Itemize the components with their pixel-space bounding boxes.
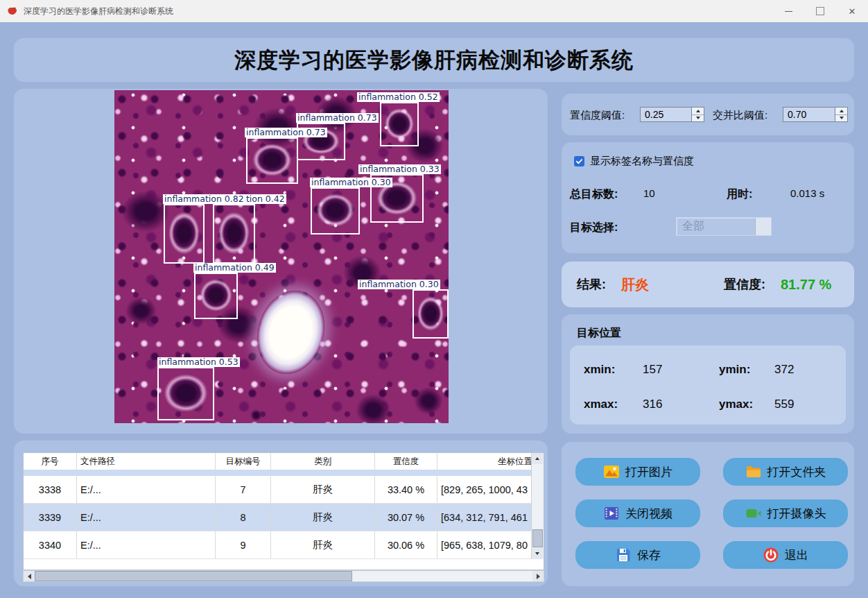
- result-confidence-label: 置信度:: [724, 276, 765, 293]
- thresholds-panel: 置信度阈值: 0.25 交并比阈值: 0.70: [562, 94, 854, 135]
- detection-box: [194, 273, 238, 319]
- open-folder-button[interactable]: 打开文件夹: [723, 458, 848, 486]
- detection-box: [246, 137, 298, 184]
- tissue-blob: [250, 409, 262, 421]
- result-confidence-value: 81.77 %: [781, 277, 831, 293]
- spin-down-icon: [696, 117, 700, 119]
- confidence-threshold-label: 置信度阈值:: [570, 109, 625, 122]
- time-label: 用时:: [727, 187, 752, 202]
- detection-label: inflammation 0.53: [157, 357, 240, 367]
- open-image-button[interactable]: 打开图片: [575, 458, 700, 486]
- open-camera-button[interactable]: 打开摄像头: [723, 499, 848, 527]
- iou-threshold-label: 交并比阈值:: [713, 109, 767, 122]
- histology-image: inflammation 0.52inflammation 0.73inflam…: [114, 90, 449, 423]
- maximize-button[interactable]: [804, 0, 836, 22]
- table-cell: E:/...: [77, 476, 216, 504]
- show-labels-checkbox-row[interactable]: 显示标签名称与置信度: [574, 155, 694, 168]
- detection-label: inflammation 0.82: [163, 194, 245, 204]
- tissue-blob: [218, 211, 251, 255]
- checkbox-checked-icon[interactable]: [574, 156, 584, 166]
- iou-threshold-value: 0.70: [783, 108, 835, 121]
- scroll-right-icon: [537, 574, 540, 579]
- position-panel: 目标位置 xmin: 157 ymin: 372 xmax: 316 ymax:…: [562, 314, 854, 434]
- result-panel: 结果: 肝炎 置信度: 81.77 %: [562, 262, 854, 307]
- position-title: 目标位置: [577, 326, 621, 341]
- table-row[interactable]: 3338E:/...7肝炎33.40 %[829, 265, 1000, 43: [24, 476, 533, 504]
- close-video-button[interactable]: 关闭视频: [575, 499, 700, 527]
- button-label: 保存: [637, 547, 661, 563]
- ymin-value: 372: [774, 363, 794, 377]
- tissue-blob: [384, 108, 415, 140]
- detection-label: inflammation 0.49: [193, 263, 276, 273]
- table-header-cell[interactable]: 置信度: [375, 453, 437, 470]
- table-row[interactable]: 3340E:/...9肝炎30.06 %[965, 638, 1079, 80: [24, 531, 533, 559]
- target-select-dropdown[interactable]: 全部: [676, 217, 772, 236]
- detection-label: inflammation 0.73: [245, 128, 327, 137]
- table-header-cell[interactable]: 类别: [271, 453, 375, 470]
- vertical-scroll-thumb[interactable]: [532, 529, 543, 547]
- spin-up-button[interactable]: [692, 108, 704, 114]
- button-label: 关闭视频: [625, 506, 672, 522]
- table-cell: E:/...: [77, 531, 216, 559]
- table-row[interactable]: 3339E:/...8肝炎30.07 %[634, 312, 791, 461: [24, 504, 533, 531]
- table-cell: 30.07 %: [375, 504, 437, 531]
- table-header-cell[interactable]: 坐标位置: [437, 453, 533, 470]
- spin-down-button[interactable]: [835, 114, 847, 122]
- horizontal-scroll-thumb[interactable]: [35, 571, 352, 581]
- detection-box: [413, 289, 449, 339]
- dropdown-arrow-button[interactable]: [755, 218, 771, 235]
- table-header-cell[interactable]: 文件路径: [77, 453, 216, 470]
- tissue-blob: [414, 387, 443, 415]
- table-cell: 8: [216, 504, 271, 531]
- table-horizontal-scrollbar[interactable]: [23, 570, 544, 582]
- total-targets-value: 10: [643, 187, 655, 199]
- exit-button[interactable]: 退出: [723, 541, 848, 569]
- table-vertical-scrollbar[interactable]: [531, 453, 544, 559]
- close-icon: ✕: [849, 7, 856, 16]
- exit-icon: [763, 547, 779, 563]
- minimize-icon: [785, 11, 792, 12]
- save-button[interactable]: 保存: [575, 541, 700, 569]
- detection-label: inflammation 0.33: [358, 164, 441, 174]
- vessel-region: [248, 282, 334, 382]
- detections-table: 序号文件路径目标编号类别置信度坐标位置 3338E:/...7肝炎33.40 %…: [23, 452, 544, 570]
- tissue-blob: [315, 193, 354, 228]
- confidence-threshold-value: 0.25: [641, 108, 691, 121]
- tissue-blob: [199, 278, 234, 312]
- button-label: 打开摄像头: [767, 506, 826, 522]
- scroll-left-button[interactable]: [24, 571, 35, 581]
- table-cell: 30.06 %: [375, 531, 437, 559]
- image-icon: [603, 463, 620, 480]
- scroll-right-button[interactable]: [532, 571, 544, 581]
- scroll-up-button[interactable]: [532, 453, 543, 464]
- scroll-down-button[interactable]: [532, 548, 543, 559]
- detection-box: [164, 204, 205, 264]
- spin-up-button[interactable]: [835, 108, 847, 114]
- tissue-blob: [252, 143, 293, 177]
- table-header-cell[interactable]: 目标编号: [216, 453, 271, 470]
- result-label: 结果:: [577, 276, 606, 293]
- table-cell: [965, 638, 1079, 80: [437, 531, 533, 559]
- iou-threshold-spinbox[interactable]: 0.70: [783, 107, 848, 122]
- table-header-cell[interactable]: 序号: [24, 453, 77, 470]
- time-value: 0.013 s: [790, 187, 824, 199]
- minimize-button[interactable]: [772, 0, 804, 22]
- ymax-value: 559: [774, 398, 794, 411]
- detection-label: inflammation 0.30: [310, 178, 392, 187]
- camera-icon: [745, 505, 762, 522]
- total-targets-label: 总目标数:: [570, 187, 618, 202]
- button-label: 打开文件夹: [767, 464, 826, 480]
- close-button[interactable]: ✕: [836, 0, 868, 22]
- table-cell: E:/...: [77, 504, 216, 531]
- spin-down-button[interactable]: [692, 114, 704, 122]
- scroll-left-icon: [28, 574, 31, 579]
- confidence-threshold-spinbox[interactable]: 0.25: [640, 107, 704, 122]
- detection-label: inflammation 0.52: [357, 92, 440, 102]
- detection-box: [311, 187, 360, 234]
- spin-up-icon: [840, 110, 844, 112]
- table-cell: 3340: [24, 531, 77, 559]
- button-label: 打开图片: [625, 464, 672, 480]
- table-cell: [634, 312, 791, 461: [437, 504, 533, 531]
- table-cell: 肝炎: [271, 476, 375, 504]
- window-title: 深度学习的医学影像肝病检测和诊断系统: [24, 6, 173, 17]
